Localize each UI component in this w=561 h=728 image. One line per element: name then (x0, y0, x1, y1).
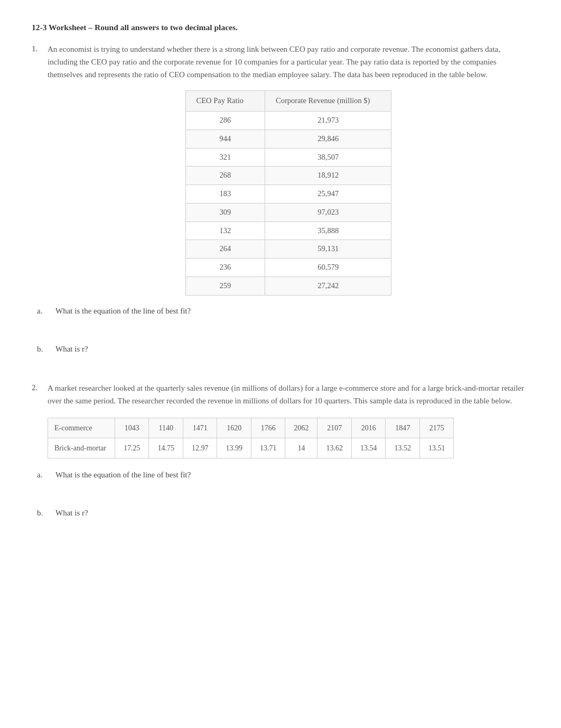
q2-sub-a-label: a. (37, 469, 50, 481)
page-title: 12-3 Worksheet – Round all answers to tw… (32, 21, 529, 33)
sub-b-text: What is r? (55, 343, 88, 355)
ecommerce-value: 2062 (285, 418, 317, 438)
question-2-sub-a: a. What is the equation of the line of b… (37, 469, 529, 481)
ecommerce-value: 1140 (149, 418, 183, 438)
table-row: 94429,846 (185, 130, 391, 148)
brick-mortar-value: 13.99 (217, 438, 251, 458)
ceo-pay-ratio-cell: 264 (185, 240, 265, 259)
brick-mortar-value: 13.52 (386, 438, 420, 458)
table-row: 23660,579 (185, 259, 391, 277)
corporate-revenue-cell: 59,131 (265, 240, 391, 259)
ecommerce-value: 1471 (183, 418, 217, 438)
corporate-revenue-cell: 35,888 (265, 222, 391, 240)
sub-a-label: a. (37, 305, 50, 317)
question-2-sub-b: b. What is r? (37, 507, 529, 519)
ecommerce-value: 1043 (115, 418, 149, 438)
question-1-body: An economist is trying to understand whe… (48, 43, 529, 81)
ecommerce-value: 1847 (386, 418, 420, 438)
question-1-block: 1. An economist is trying to understand … (32, 43, 529, 355)
table-row: 32138,507 (185, 148, 391, 167)
brick-mortar-row: Brick-and-mortar17.2514.7512.9713.9913.7… (48, 438, 454, 458)
market-research-table: E-commerce104311401471162017662062210720… (48, 418, 454, 458)
ceo-pay-ratio-cell: 944 (185, 130, 265, 148)
ceo-pay-ratio-cell: 286 (185, 112, 265, 130)
corporate-revenue-cell: 25,947 (265, 185, 391, 204)
ceo-pay-table: CEO Pay Ratio Corporate Revenue (million… (185, 90, 392, 295)
question-1-sub-a: a. What is the equation of the line of b… (37, 305, 529, 317)
question-2-body: A market researcher looked at the quarte… (48, 382, 529, 407)
ceo-pay-ratio-cell: 259 (185, 277, 265, 295)
ceo-pay-ratio-cell: 268 (185, 167, 265, 185)
table-row: 26818,912 (185, 167, 391, 185)
question-2-number: 2. (32, 382, 42, 407)
corporate-revenue-cell: 27,242 (265, 277, 391, 295)
q2-sub-a-text: What is the equation of the line of best… (55, 469, 191, 481)
brick-mortar-value: 13.51 (419, 438, 454, 458)
corporate-revenue-cell: 18,912 (265, 167, 391, 185)
ceo-pay-ratio-cell: 321 (185, 148, 265, 167)
question-1-number: 1. (32, 43, 42, 81)
sub-a-text: What is the equation of the line of best… (55, 305, 191, 317)
brick-mortar-value: 12.97 (183, 438, 217, 458)
corporate-revenue-cell: 60,579 (265, 259, 391, 277)
brick-mortar-value: 13.71 (251, 438, 285, 458)
ecommerce-label: E-commerce (48, 418, 115, 438)
ceo-pay-ratio-cell: 132 (185, 222, 265, 240)
table-row: 28621,973 (185, 112, 391, 130)
question-1-text: 1. An economist is trying to understand … (32, 43, 529, 81)
ecommerce-value: 1620 (217, 418, 251, 438)
q2-sub-b-text: What is r? (55, 507, 88, 519)
brick-mortar-value: 14.75 (149, 438, 183, 458)
table-row: 30997,023 (185, 203, 391, 222)
brick-mortar-value: 14 (285, 438, 317, 458)
question-1-table-container: CEO Pay Ratio Corporate Revenue (million… (48, 90, 529, 295)
table-row: 25927,242 (185, 277, 391, 295)
ecommerce-value: 2016 (351, 418, 386, 438)
col2-header: Corporate Revenue (million $) (265, 91, 391, 112)
ecommerce-row: E-commerce104311401471162017662062210720… (48, 418, 454, 438)
question-1-sub-b: b. What is r? (37, 343, 529, 355)
table-row: 13235,888 (185, 222, 391, 240)
question-2-block: 2. A market researcher looked at the qua… (32, 382, 529, 519)
col1-header: CEO Pay Ratio (185, 91, 265, 112)
brick-mortar-label: Brick-and-mortar (48, 438, 115, 458)
corporate-revenue-cell: 97,023 (265, 203, 391, 222)
brick-mortar-value: 13.54 (351, 438, 386, 458)
table-row: 26459,131 (185, 240, 391, 259)
question-2-text: 2. A market researcher looked at the qua… (32, 382, 529, 407)
q2-sub-b-label: b. (37, 507, 50, 519)
ceo-pay-ratio-cell: 236 (185, 259, 265, 277)
corporate-revenue-cell: 29,846 (265, 130, 391, 148)
ceo-pay-ratio-cell: 309 (185, 203, 265, 222)
corporate-revenue-cell: 38,507 (265, 148, 391, 167)
ecommerce-value: 2107 (317, 418, 352, 438)
corporate-revenue-cell: 21,973 (265, 112, 391, 130)
question-2-table-container: E-commerce104311401471162017662062210720… (48, 418, 529, 458)
brick-mortar-value: 13.62 (317, 438, 352, 458)
table-row: 18325,947 (185, 185, 391, 204)
ceo-pay-ratio-cell: 183 (185, 185, 265, 204)
ecommerce-value: 1766 (251, 418, 285, 438)
sub-b-label: b. (37, 343, 50, 355)
brick-mortar-value: 17.25 (115, 438, 149, 458)
ecommerce-value: 2175 (419, 418, 454, 438)
